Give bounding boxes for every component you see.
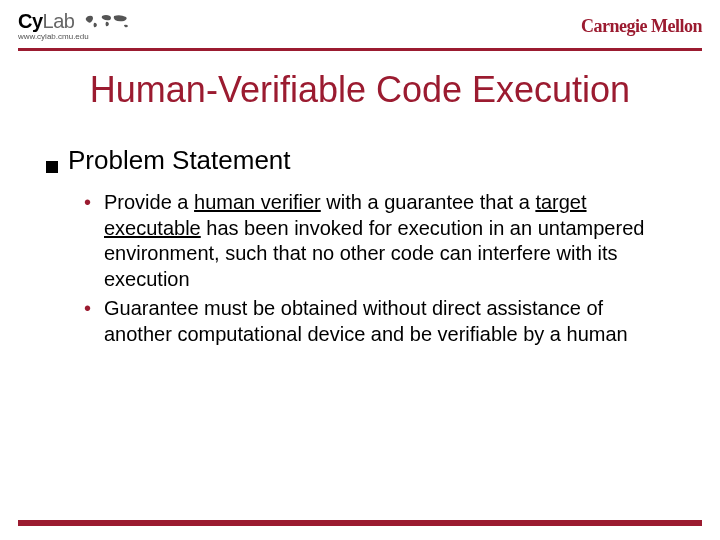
list-item: Provide a human verifier with a guarante…	[84, 190, 662, 292]
section-heading-row: Problem Statement	[46, 145, 702, 176]
square-bullet-icon	[46, 161, 58, 173]
bullet-text: Provide a	[104, 191, 194, 213]
section: Problem Statement Provide a human verifi…	[46, 145, 702, 348]
logo-left: CyLab www.cylab.cmu.edu	[18, 11, 132, 41]
list-item: Guarantee must be obtained without direc…	[84, 296, 662, 347]
spacer	[0, 352, 720, 520]
logo-url: www.cylab.cmu.edu	[18, 33, 132, 41]
world-map-icon	[84, 12, 132, 33]
content: Human-Verifiable Code Execution Problem …	[0, 51, 720, 352]
slide-title: Human-Verifiable Code Execution	[18, 69, 702, 111]
divider-bottom	[18, 520, 702, 526]
underline-text: human verifier	[194, 191, 321, 213]
bullet-list: Provide a human verifier with a guarante…	[84, 190, 702, 348]
carnegie-mellon-logo: Carnegie Mellon	[581, 16, 702, 37]
logo-cy: Cy	[18, 10, 43, 32]
slide: CyLab www.cylab.cmu.edu	[0, 0, 720, 540]
bullet-text: Guarantee must be obtained without direc…	[104, 297, 628, 345]
header: CyLab www.cylab.cmu.edu	[0, 0, 720, 48]
bullet-text: with a guarantee that a	[321, 191, 536, 213]
section-heading: Problem Statement	[68, 145, 291, 176]
cylab-logo: CyLab	[18, 11, 132, 33]
logo-lab: Lab	[43, 10, 75, 32]
